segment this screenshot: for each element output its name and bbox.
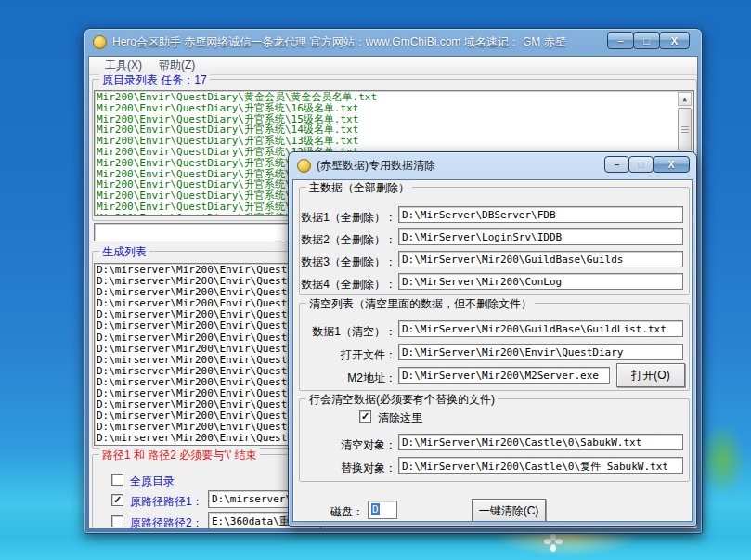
dialog-body: 主数据（全部删除） 数据1（全删除）： D:\MirServer\DBServe… <box>292 179 693 522</box>
checkbox-clear-here[interactable] <box>359 410 371 423</box>
replace-target-input[interactable]: D:\MirServer\Mir200\Castle\0\复件 SabukW.t… <box>398 457 683 474</box>
data3-delete-input[interactable]: D:\MirServer\Mir200\GuildBase\Guilds <box>398 251 683 267</box>
data1-clear-input[interactable]: D:\MirServer\Mir200\GuildBase\GuildList.… <box>398 320 683 337</box>
data-clean-dialog: (赤壁数据)专用数据清除 – □ X 主数据（全部删除） 数据1（全删除）： D… <box>288 151 697 527</box>
data2-delete-label: 数据2（全删除）： <box>300 232 396 248</box>
maximize-button[interactable]: □ <box>633 32 660 49</box>
main-data-group-label: 主数据（全部删除） <box>306 180 412 196</box>
guild-clear-group-label: 行会清空数据(必须要有个替换的文件) <box>306 392 498 408</box>
generated-group-label: 生成列表 <box>99 244 149 260</box>
open-button[interactable]: 打开(O) <box>616 363 685 387</box>
app-coin-icon <box>93 35 107 49</box>
checkbox-all-source-label: 全原目录 <box>130 474 175 489</box>
source-group-label: 原目录列表 任务：17 <box>99 72 210 88</box>
scroll-up-icon[interactable]: ▲ <box>678 92 692 106</box>
checkbox-all-source[interactable] <box>111 474 123 486</box>
clear-target-input[interactable]: D:\MirServer\Mir200\Castle\0\SabukW.txt <box>398 434 683 450</box>
list-item[interactable]: Mir200\Envir\QuestDiary\升官系统\16级名单.txt <box>97 103 677 114</box>
disk-input[interactable]: D <box>368 501 397 519</box>
dialog-close-button[interactable]: X <box>653 156 690 173</box>
data1-delete-label: 数据1（全删除）： <box>300 210 396 226</box>
checkbox-path2-label: 原路径路径2： <box>130 515 203 529</box>
replace-target-label: 替换对象： <box>300 461 396 476</box>
checkbox-clear-here-label: 清除这里 <box>378 410 422 426</box>
dialog-coin-icon <box>297 159 311 173</box>
data1-clear-label: 数据1（清空）： <box>300 324 396 340</box>
checkbox-path1[interactable] <box>111 494 123 506</box>
data2-delete-input[interactable]: D:\MirServer\LoginSrv\IDDB <box>398 228 683 245</box>
m2-address-input[interactable]: D:\MirServer\Mir200\M2Server.exe <box>398 367 610 384</box>
data4-delete-label: 数据4（全删除）： <box>300 277 396 293</box>
dialog-minimize-button[interactable]: – <box>604 156 629 173</box>
open-file-label: 打开文件： <box>300 347 396 363</box>
dialog-title: (赤壁数据)专用数据清除 <box>317 158 435 174</box>
clear-list-group-label: 清空列表（清空里面的数据，但不删除文件） <box>306 296 535 312</box>
path-warning-label: 路径1 和 路径2 必须要与'\' 结束 <box>99 448 260 463</box>
disk-label: 磁盘： <box>330 504 364 520</box>
minimize-button[interactable]: – <box>607 32 634 49</box>
one-key-clean-button[interactable]: 一键清除(C) <box>472 499 546 522</box>
main-data-group: 主数据（全部删除） 数据1（全删除）： D:\MirServer\DBServe… <box>299 187 690 295</box>
wallpaper-flower-logo <box>544 533 563 552</box>
clear-list-group: 清空列表（清空里面的数据，但不删除文件） 数据1（清空）： D:\MirServ… <box>299 303 690 391</box>
checkbox-path1-label: 原路径路径1： <box>130 494 203 510</box>
checkbox-path2[interactable] <box>111 515 123 527</box>
data4-delete-input[interactable]: D:\MirServer\Mir200\ConLog <box>398 273 683 290</box>
guild-clear-group: 行会清空数据(必须要有个替换的文件) 清除这里 清空对象： D:\MirServ… <box>299 398 690 482</box>
wallpaper-leaf <box>698 423 746 497</box>
disk-selected-text: D <box>371 503 380 515</box>
data1-delete-input[interactable]: D:\MirServer\DBServer\FDB <box>398 206 683 223</box>
dialog-maximize-button: □ <box>628 156 654 173</box>
clear-target-label: 清空对象： <box>300 437 396 453</box>
scroll-thumb[interactable] <box>678 108 692 150</box>
main-window-title: Hero合区助手 赤壁网络诚信一条龙代理 官方网站：www.GmChiBi.co… <box>112 34 566 50</box>
data3-delete-label: 数据3（全删除）： <box>300 254 396 270</box>
desktop: Hero合区助手 赤壁网络诚信一条龙代理 官方网站：www.GmChiBi.co… <box>0 0 751 560</box>
m2-address-label: M2地址： <box>300 371 396 386</box>
open-file-input[interactable]: D:\MirServer\Mir200\Envir\QuestDiary <box>398 344 683 360</box>
close-button[interactable]: X <box>659 32 690 49</box>
